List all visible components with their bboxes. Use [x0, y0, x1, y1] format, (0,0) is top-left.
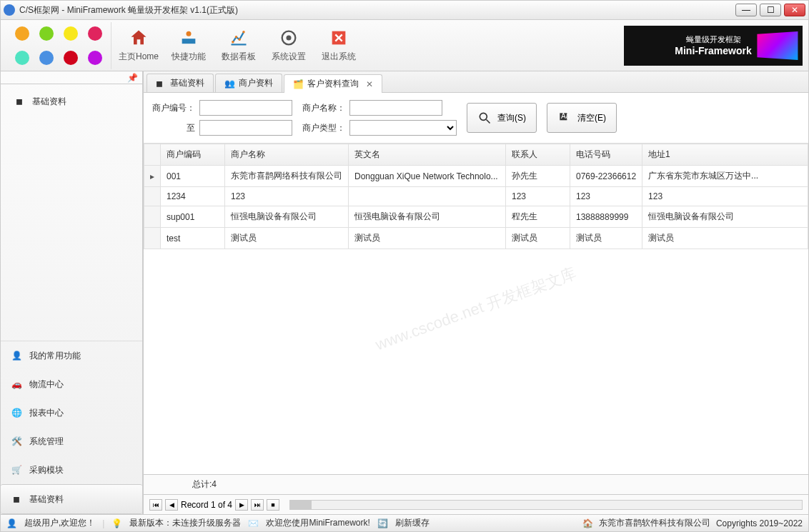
tool-teal-icon[interactable] — [15, 51, 29, 65]
dashboard-label: 数据看板 — [222, 51, 256, 63]
cell-en: Dongguan XiQue Network Technolo... — [349, 166, 506, 187]
query-button[interactable]: 查询(S) — [467, 103, 537, 133]
sidebar-label: 我的常用功能 — [29, 350, 81, 362]
cell-phone: 测试员 — [570, 228, 642, 249]
scrollbar-thumb[interactable] — [290, 501, 312, 509]
refresh-icon[interactable]: 🔄 — [377, 518, 388, 528]
sidebar-item-reports[interactable]: 🌐 报表中心 — [1, 398, 142, 427]
svg-point-7 — [287, 36, 292, 41]
prev-page-button[interactable]: ◀ — [165, 499, 178, 511]
table-row[interactable]: 1234 123 123 123 123 — [144, 187, 808, 206]
sidebar-item-basic-data[interactable]: ◼ 基础资料 — [1, 484, 142, 514]
to-label: 至 — [187, 122, 195, 134]
col-name[interactable]: 商户名称 — [225, 144, 349, 166]
table-row[interactable]: ▸ 001 东莞市喜鹊网络科技有限公司 Dongguan XiQue Netwo… — [144, 166, 808, 187]
row-indicator — [144, 187, 161, 206]
tab-label: 基础资料 — [170, 77, 204, 89]
stop-button[interactable]: ■ — [267, 499, 279, 511]
merchant-no-from-input[interactable] — [199, 100, 292, 116]
table-row[interactable]: sup001 恒强电脑设备有限公司 恒强电脑设备有限公司 程先生 1388888… — [144, 206, 808, 228]
merchant-name-input[interactable] — [349, 100, 442, 116]
user-icon: 👤 — [6, 518, 17, 528]
tab-customer-query[interactable]: 🗂️ 客户资料查询 ✕ — [284, 74, 382, 93]
banner: 蝇量级开发框架 Mini-Framework — [624, 26, 803, 66]
titlebar: C/S框架网 - MiniFramework 蝇量级开发框架 v1.1(正式版)… — [1, 1, 808, 20]
svg-point-3 — [235, 36, 238, 39]
first-page-button[interactable]: ⏮ — [149, 499, 162, 511]
cell-en: 测试员 — [349, 228, 506, 249]
close-button[interactable]: ✕ — [784, 4, 805, 16]
svg-point-0 — [187, 31, 192, 36]
dashboard-button[interactable]: 数据看板 — [216, 24, 262, 67]
sidebar-item-logistics[interactable]: 🚗 物流中心 — [1, 370, 142, 398]
tool-red-icon[interactable] — [64, 51, 78, 65]
sidebar-item-system[interactable]: 🛠️ 系统管理 — [1, 427, 142, 456]
cell-addr: 123 — [642, 187, 808, 206]
last-page-button[interactable]: ⏭ — [251, 499, 264, 511]
tool-green-icon[interactable] — [39, 26, 54, 41]
total-label: 总计:4 — [192, 478, 217, 491]
user-desk-icon — [179, 28, 199, 48]
cell-code: 001 — [161, 166, 225, 187]
tool-blue-icon[interactable] — [39, 51, 54, 65]
cell-addr: 广东省东莞市东城区万达中... — [642, 166, 808, 187]
tool-heart-icon[interactable] — [88, 26, 102, 41]
status-refresh[interactable]: 刷新缓存 — [395, 517, 430, 529]
quick-toolbox — [6, 22, 111, 69]
bulb-icon: 💡 — [111, 518, 122, 528]
tool-yellow-icon[interactable] — [64, 26, 78, 41]
mail-icon: ✉️ — [248, 518, 259, 528]
window-title: C/S框架网 - MiniFramework 蝇量级开发框架 v1.1(正式版) — [19, 4, 735, 16]
col-phone[interactable]: 电话号码 — [570, 144, 642, 166]
home-label: 主页Home — [119, 51, 159, 63]
svg-point-9 — [480, 113, 487, 120]
query-label: 查询(S) — [497, 112, 526, 124]
scrollbar-track[interactable] — [289, 500, 803, 510]
sidebar-label: 基础资料 — [32, 96, 66, 108]
merchant-no-to-input[interactable] — [199, 120, 292, 136]
svg-text:Aa: Aa — [561, 112, 570, 120]
record-label: Record 1 of 4 — [181, 500, 232, 510]
col-code[interactable]: 商户编码 — [161, 144, 225, 166]
next-page-button[interactable]: ▶ — [235, 499, 248, 511]
sidebar-item-favorites[interactable]: 👤 我的常用功能 — [1, 341, 142, 370]
svg-point-4 — [238, 39, 241, 41]
exit-button[interactable]: 退出系统 — [316, 24, 362, 67]
col-en[interactable]: 英文名 — [349, 144, 506, 166]
table-row[interactable]: test 测试员 测试员 测试员 测试员 测试员 — [144, 228, 808, 249]
cell-en — [349, 187, 506, 206]
sidebar: 📌 ◼ 基础资料 👤 我的常用功能 🚗 物流中心 🌐 报表中心 🛠️ 系统 — [1, 71, 144, 514]
settings-button[interactable]: 系统设置 — [266, 24, 312, 67]
tab-basic-data[interactable]: ◼ 基础资料 — [147, 74, 214, 92]
cube-icon: ◼ — [12, 94, 26, 109]
quick-button[interactable]: 快捷功能 — [166, 24, 212, 67]
tab-close-icon[interactable]: ✕ — [366, 79, 373, 89]
users-icon: 👥 — [224, 79, 234, 89]
cell-name: 东莞市喜鹊网络科技有限公司 — [225, 166, 349, 187]
statusbar: 👤 超级用户,欢迎您！ | 💡 最新版本：未连接升级服务器 ✉️ 欢迎您使用Mi… — [1, 514, 808, 531]
maximize-button[interactable]: ☐ — [760, 4, 781, 16]
cell-name: 123 — [225, 187, 349, 206]
data-grid[interactable]: 商户编码 商户名称 英文名 联系人 电话号码 地址1 ▸ 001 东莞市喜鹊网络… — [144, 144, 808, 474]
minimize-button[interactable]: — — [735, 4, 757, 16]
cell-addr: 测试员 — [642, 228, 808, 249]
tool-orange-icon[interactable] — [15, 26, 29, 41]
tab-label: 客户资料查询 — [307, 78, 359, 90]
svg-line-10 — [487, 120, 490, 124]
cell-phone: 123 — [570, 187, 642, 206]
sidebar-pin[interactable]: 📌 — [1, 71, 142, 84]
col-addr[interactable]: 地址1 — [642, 144, 808, 166]
tool-purple-icon[interactable] — [88, 51, 102, 65]
status-welcome: 欢迎您使用MiniFramework! — [266, 517, 369, 529]
sidebar-bottom: 👤 我的常用功能 🚗 物流中心 🌐 报表中心 🛠️ 系统管理 🛒 采购模块 ◼ — [1, 341, 142, 514]
tab-merchant-data[interactable]: 👥 商户资料 — [215, 74, 282, 92]
clear-button[interactable]: Aa 清空(E) — [547, 103, 617, 133]
col-contact[interactable]: 联系人 — [506, 144, 570, 166]
sidebar-label: 采购模块 — [29, 464, 64, 476]
merchant-type-select[interactable] — [349, 120, 457, 136]
status-user: 超级用户,欢迎您！ — [24, 517, 95, 529]
sidebar-item-basic-data-top[interactable]: ◼ 基础资料 — [5, 89, 138, 114]
exit-icon — [329, 28, 349, 48]
home-button[interactable]: 主页Home — [116, 24, 162, 67]
sidebar-item-purchase[interactable]: 🛒 采购模块 — [1, 456, 142, 484]
